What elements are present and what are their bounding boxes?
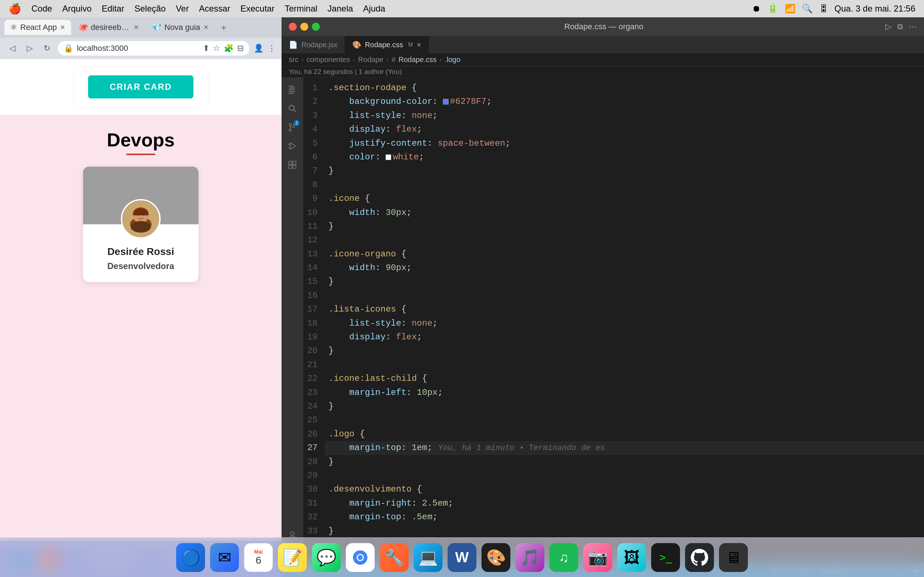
dock-calendar[interactable]: Mai 6 [244, 543, 273, 572]
dock-finder[interactable]: 🔵 [176, 543, 205, 572]
line-content-1: .section-rodape { [325, 81, 924, 95]
dock-app3[interactable]: 🖥 [719, 543, 748, 572]
macos-dock: 🔵 ✉ Mai 6 📝 💬 🔧 💻 W 🎨 🎵 ♫ 📷 🖼 >_ 🖥 [0, 537, 924, 577]
menu-ajuda[interactable]: Ajuda [363, 3, 385, 14]
menu-acessar[interactable]: Acessar [199, 3, 230, 14]
menu-selecao[interactable]: Seleção [134, 3, 166, 14]
line-number-18: 18 [303, 317, 325, 330]
browser-tab-react[interactable]: ⚛ React App ✕ [4, 20, 71, 35]
criar-card-button[interactable]: CRIAR CARD [88, 76, 194, 98]
line-number-33: 33 [303, 524, 325, 538]
code-line-5: 5 justify-content: space-between; [303, 137, 924, 150]
tab-favicon-react: ⚛ [10, 23, 17, 32]
activity-bar: 1 1 [281, 77, 303, 562]
control-center-icon[interactable]: 🎛 [819, 3, 828, 14]
tab-close-github[interactable]: ✕ [134, 23, 139, 31]
menu-ver[interactable]: Ver [176, 3, 189, 14]
vscode-tab-rodape-css[interactable]: 🎨 Rodape.css M ✕ [345, 36, 429, 53]
vscode-more-icon[interactable]: ⋯ [909, 22, 917, 31]
dock-mail[interactable]: ✉ [210, 543, 239, 572]
dock-preview[interactable]: 🖼 [617, 543, 646, 572]
line-number-8: 8 [303, 178, 325, 192]
url-bar[interactable]: 🔒 localhost:3000 ⬆ ☆ 🧩 ⊟ [58, 41, 249, 56]
bookmark-icon[interactable]: ☆ [213, 44, 220, 53]
dock-app2[interactable]: 🎵 [515, 543, 544, 572]
dock-vscode[interactable]: 💻 [414, 543, 443, 572]
menu-editar[interactable]: Editar [102, 3, 124, 14]
forward-button[interactable]: ▷ [23, 42, 36, 55]
line-content-19: display: flex; [325, 330, 924, 344]
profile-icon[interactable]: 👤 [254, 44, 263, 53]
menu-executar[interactable]: Executar [241, 3, 275, 14]
battery-icon: 🔋 [767, 3, 778, 14]
svg-point-32 [358, 555, 363, 560]
dock-chrome[interactable] [346, 543, 375, 572]
svg-point-28 [291, 532, 294, 535]
code-line-28: 28} [303, 455, 924, 469]
dock-app1[interactable]: 🔧 [380, 543, 409, 572]
dock-figma[interactable]: 🎨 [481, 543, 510, 572]
reload-button[interactable]: ↻ [40, 42, 53, 55]
new-tab-button[interactable]: ＋ [216, 20, 232, 35]
menubar-right: ⏺ 🔋 📶 🔍 🎛 Qua. 3 de mai. 21:56 [752, 3, 915, 14]
code-editor[interactable]: 1.section-rodape {2 background-color: #6… [303, 77, 924, 562]
dock-spotify[interactable]: ♫ [549, 543, 578, 572]
activity-search[interactable] [284, 100, 301, 117]
tab-css-close[interactable]: ✕ [417, 42, 421, 48]
svg-point-22 [288, 143, 290, 145]
menu-terminal[interactable]: Terminal [285, 3, 318, 14]
more-icon[interactable]: ⋮ [268, 44, 276, 53]
line-content-24: } [325, 400, 924, 413]
dock-messages[interactable]: 💬 [312, 543, 341, 572]
code-line-30: 30.desenvolvimento { [303, 482, 924, 496]
macos-menubar: 🍎 Code Arquivo Editar Seleção Ver Acessa… [0, 0, 924, 17]
search-menubar-icon[interactable]: 🔍 [802, 3, 813, 14]
apple-menu[interactable]: 🍎 [9, 3, 21, 15]
activity-source-control[interactable]: 1 [284, 119, 301, 136]
maximize-button[interactable] [312, 23, 320, 31]
code-line-29: 29 [303, 469, 924, 482]
minimize-button[interactable] [300, 23, 308, 31]
share-icon[interactable]: ⬆ [203, 44, 209, 53]
dock-photos[interactable]: 📷 [583, 543, 612, 572]
line-content-29 [325, 469, 924, 482]
line-number-21: 21 [303, 358, 325, 372]
dock-terminal[interactable]: >_ [651, 543, 680, 572]
back-button[interactable]: ◁ [6, 42, 19, 55]
line-content-11: } [325, 220, 924, 233]
tab-close-nova[interactable]: ✕ [203, 23, 208, 31]
svg-rect-25 [293, 161, 296, 164]
close-button[interactable] [289, 23, 297, 31]
browser-chrome: ⚛ React App ✕ 🐙 desireebarretti · ✕ 💎 No… [0, 17, 281, 59]
color-swatch [386, 154, 391, 160]
dock-github[interactable] [685, 543, 714, 572]
sidebar-toggle-icon[interactable]: ⊟ [237, 44, 244, 53]
extensions-browser-icon[interactable]: 🧩 [224, 44, 234, 53]
browser-tab-github[interactable]: 🐙 desireebarretti · ✕ [73, 20, 145, 35]
menu-janela[interactable]: Janela [327, 3, 353, 14]
code-line-15: 15} [303, 275, 924, 288]
line-content-31: margin-right: 2.5em; [325, 496, 924, 510]
main-layout: ⚛ React App ✕ 🐙 desireebarretti · ✕ 💎 No… [0, 17, 924, 577]
code-line-24: 24} [303, 400, 924, 413]
dock-notes[interactable]: 📝 [278, 543, 307, 572]
vscode-tab-rodape-jsx[interactable]: 📄 Rodape.jsx [281, 36, 345, 53]
code-line-21: 21 [303, 358, 924, 372]
avatar-image [123, 201, 159, 237]
activity-explorer[interactable] [284, 81, 301, 98]
activity-extensions[interactable] [284, 156, 301, 174]
svg-rect-11 [289, 88, 295, 89]
menu-code[interactable]: Code [31, 3, 52, 14]
code-line-11: 11} [303, 220, 924, 233]
vscode-run-icon[interactable]: ▷ [885, 22, 892, 31]
vscode-split-icon[interactable]: ⧉ [897, 22, 903, 31]
code-line-4: 4 display: flex; [303, 122, 924, 136]
dock-word[interactable]: W [447, 543, 477, 572]
browser-tab-nova[interactable]: 💎 Nova guia ✕ [146, 20, 215, 35]
line-content-13: .icone-organo { [325, 247, 924, 261]
tab-close-react[interactable]: ✕ [60, 23, 65, 31]
menu-arquivo[interactable]: Arquivo [62, 3, 91, 14]
activity-run-debug[interactable] [284, 137, 301, 155]
editor-layout: 1 1 1. [281, 77, 924, 562]
line-content-8 [325, 178, 924, 192]
